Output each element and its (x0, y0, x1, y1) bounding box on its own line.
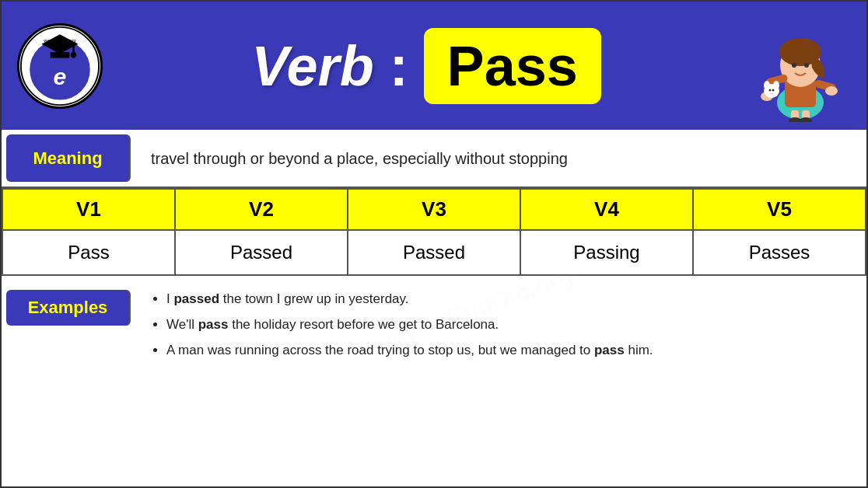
col-v3: V3 (348, 189, 520, 230)
svg-point-22 (825, 86, 838, 96)
svg-point-18 (804, 63, 809, 68)
svg-text:e: e (54, 63, 67, 89)
example-item-3: A man was running across the road trying… (166, 340, 653, 362)
col-v2: V2 (175, 189, 348, 230)
val-v3: Passed (348, 230, 520, 275)
svg-point-17 (792, 63, 796, 68)
examples-label: Examples (6, 290, 131, 326)
val-v5: Passes (693, 230, 866, 275)
colon: : (390, 34, 408, 98)
word-badge: Pass (424, 28, 601, 104)
verb-table: V1 V2 V3 V4 V5 Pass Passed Passed Passin… (2, 188, 866, 276)
svg-point-27 (772, 89, 775, 92)
example-item-1: I passed the town I grew up in yesterday… (166, 288, 653, 311)
svg-point-26 (769, 89, 772, 92)
table-header-row: V1 V2 V3 V4 V5 (2, 189, 866, 230)
header: e www.EngDic.org Verb : Pass (2, 2, 866, 130)
logo: e www.EngDic.org (17, 23, 103, 109)
table-data-row: Pass Passed Passed Passing Passes (2, 230, 866, 275)
svg-rect-5 (51, 52, 70, 58)
meaning-text: travel through or beyond a place, especi… (135, 130, 583, 186)
bold-3: pass (594, 343, 625, 357)
verb-label: Verb (251, 34, 373, 98)
examples-list: I passed the town I grew up in yesterday… (151, 288, 653, 362)
character-illustration (750, 9, 851, 122)
examples-row: Examples I passed the town I grew up in … (2, 276, 866, 486)
main-container: e www.EngDic.org Verb : Pass (0, 0, 868, 488)
meaning-label: Meaning (6, 134, 131, 182)
bold-2: pass (198, 317, 229, 332)
col-v4: V4 (520, 189, 693, 230)
val-v4: Passing (520, 230, 693, 275)
col-v5: V5 (693, 189, 866, 230)
col-v1: V1 (2, 189, 175, 230)
svg-point-25 (773, 81, 779, 90)
meaning-row: Meaning travel through or beyond a place… (2, 130, 866, 188)
examples-content: I passed the town I grew up in yesterday… (135, 282, 669, 371)
svg-text:www.EngDic.org: www.EngDic.org (43, 37, 76, 42)
content-area: www.EngDic.org Meaning travel through or… (2, 130, 866, 486)
svg-point-4 (71, 52, 77, 58)
bold-1: passed (173, 291, 219, 306)
verb-word: Pass (447, 34, 578, 98)
val-v2: Passed (175, 230, 348, 275)
example-item-2: We'll pass the holiday resort before we … (166, 314, 653, 336)
val-v1: Pass (2, 230, 175, 275)
svg-point-24 (764, 81, 770, 90)
header-title: Verb : Pass (103, 28, 750, 104)
